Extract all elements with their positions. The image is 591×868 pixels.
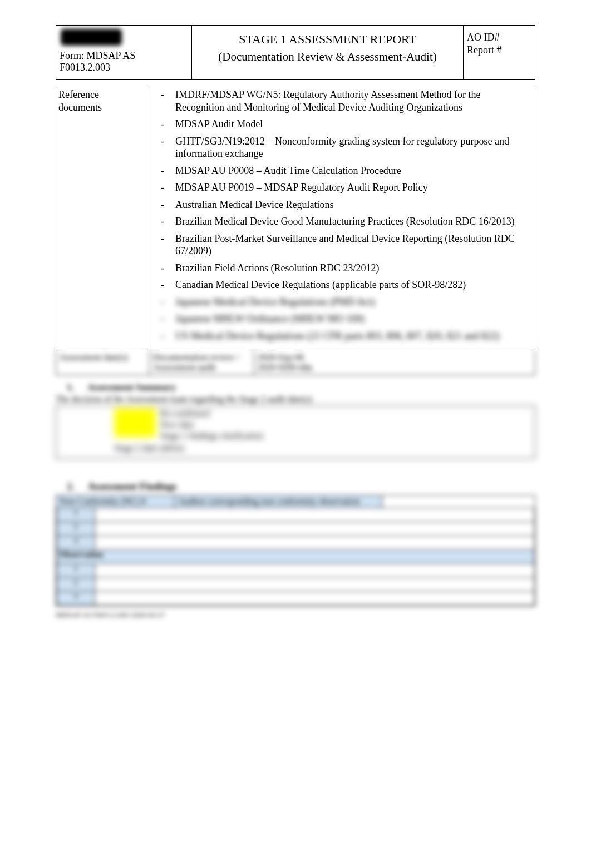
header-form-cell: Form: MDSAP AS F0013.2.003 [56, 26, 192, 79]
header-title-cell: STAGE 1 ASSESSMENT REPORT (Documentation… [192, 26, 464, 79]
findings-table: 1 2 3 Observation 1 2 3 [56, 508, 535, 606]
section-1-option: Re-confirmed [160, 408, 263, 419]
reference-item: Japanese MHLW Ordinance (MHLW MO 169) [153, 313, 529, 325]
reference-item: Japanese Medical Device Regulations (PMD… [153, 296, 529, 309]
reference-item: MDSAP AU P0019 – MDSAP Regulatory Audit … [153, 181, 529, 194]
section-1-heading: 1. Assessment Summary [56, 382, 535, 393]
reference-item: IMDRF/MDSAP WG/N5: Regulatory Authority … [153, 88, 529, 113]
reference-item: MDSAP AU P0008 – Audit Time Calculation … [153, 165, 529, 177]
reference-item: GHTF/SG3/N19:2012 – Nonconformity gradin… [153, 135, 529, 160]
section-2-column-headers: Non Conformity (NC) # Auditor correspond… [56, 495, 535, 508]
report-number-label: Report # [467, 44, 528, 57]
reference-documents-list: IMDRF/MDSAP WG/N5: Regulatory Authority … [153, 88, 529, 342]
table-row: 2 [57, 522, 535, 536]
assessment-dates-value: 2020-Sep-08 2020-SDD-dda [254, 350, 535, 375]
nc-row-number: 3 [57, 536, 95, 550]
report-title-line1: STAGE 1 ASSESSMENT REPORT [200, 32, 455, 47]
section-2-number: 2. [67, 481, 75, 492]
section-1-bottom-line: Stage 2 date (dd/m) [114, 443, 533, 454]
highlight-block [114, 408, 156, 437]
section-2-box: Non Conformity (NC) # Auditor correspond… [56, 495, 535, 606]
assessment-date-1: 2020-Sep-08 [258, 353, 531, 363]
page-footer: MDSAP AS F0013.2.003 2020-02-27 [56, 611, 535, 619]
obs-row-content [95, 564, 535, 578]
reference-documents-list-container: IMDRF/MDSAP WG/N5: Regulatory Authority … [147, 85, 535, 350]
section-1-box: Re-confirmed New date Stage 1 findings c… [56, 405, 535, 459]
nc-row-content [95, 522, 535, 536]
reference-item: US Medical Device Regulations (21 CFR pa… [153, 330, 529, 343]
table-row: 2 [57, 578, 535, 592]
section-2-heading: 2. Assessment Findings [56, 481, 535, 493]
reference-item: MDSAP Audit Model [153, 118, 529, 131]
nc-observation-header: Auditor corresponding non conformity obs… [175, 495, 382, 508]
reference-item: Canadian Medical Device Regulations (app… [153, 279, 529, 291]
form-id: Form: MDSAP AS F0013.2.003 [60, 50, 185, 73]
obs-row-number: 3 [57, 592, 95, 606]
header-id-cell: AO ID# Report # [464, 26, 535, 79]
section-1-option: New date [160, 419, 263, 430]
table-row: 3 [57, 592, 535, 606]
observation-label-row: Observation [57, 550, 535, 564]
table-row: 3 [57, 536, 535, 550]
nc-row-number: 1 [57, 508, 95, 522]
reference-item: Brazilian Medical Device Good Manufactur… [153, 215, 529, 228]
observation-label: Observation [57, 550, 535, 564]
obs-row-number: 2 [57, 578, 95, 592]
section-1-title: Assessment Summary [87, 382, 176, 393]
section-1-option: Stage 1 findings clarification [160, 430, 263, 442]
assessment-type-label: Documentation review / Assessment-audit [150, 350, 254, 375]
section-2-title: Assessment Findings [88, 481, 177, 492]
report-title-line2: (Documentation Review & Assessment-Audit… [200, 50, 455, 64]
nc-row-content [95, 536, 535, 550]
org-logo [61, 29, 122, 46]
reference-documents-label: Reference documents [56, 85, 147, 350]
nc-row-number: 2 [57, 522, 95, 536]
nc-blank-header [382, 495, 535, 508]
table-row: 1 [57, 508, 535, 522]
report-header: Form: MDSAP AS F0013.2.003 STAGE 1 ASSES… [56, 25, 535, 80]
nc-row-content [95, 508, 535, 522]
nc-number-header: Non Conformity (NC) # [56, 495, 175, 508]
reference-documents-box: Reference documents IMDRF/MDSAP WG/N5: R… [56, 85, 535, 350]
obs-row-number: 1 [57, 564, 95, 578]
section-1-caption: The decision of the Assessment team rega… [56, 394, 535, 404]
table-row: 1 [57, 564, 535, 578]
assessment-date-2: 2020-SDD-dda [258, 363, 531, 373]
section-1-number: 1. [67, 382, 74, 393]
obs-row-content [95, 592, 535, 606]
assessment-dates-row: Assessment date(s) Documentation review … [56, 350, 535, 375]
reference-item: Brazilian Post-Market Surveillance and M… [153, 232, 529, 257]
obs-row-content [95, 578, 535, 592]
assessment-dates-label: Assessment date(s) [56, 350, 150, 375]
reference-item: Australian Medical Device Regulations [153, 199, 529, 211]
reference-item: Brazilian Field Actions (Resolution RDC … [153, 262, 529, 275]
ao-id-label: AO ID# [467, 31, 528, 44]
section-1-options: Re-confirmed New date Stage 1 findings c… [160, 408, 263, 442]
